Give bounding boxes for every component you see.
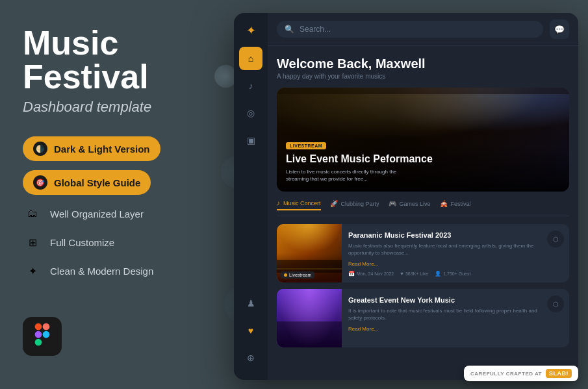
guests-icon: 👤	[435, 271, 441, 277]
search-placeholder: Search...	[300, 25, 331, 34]
clubbing-party-icon: 🚀	[330, 200, 338, 207]
main-content: 🔍 Search... 💬 Welcome Back, Maxwell A ha…	[268, 13, 578, 380]
event-meta-panoranic: 📅 Mon, 24 Nov 2022 ♥ 363K+ Like 👤 1,750+…	[348, 271, 541, 277]
tab-clubbing-party[interactable]: 🚀 Clubbing Party	[330, 199, 379, 210]
tab-music-concert[interactable]: ♪ Music Concert	[277, 199, 321, 210]
layer-label: Well Organized Layer	[50, 208, 144, 220]
event-livestream-tag: Livestream	[281, 271, 314, 279]
event-thumb-greatest	[277, 289, 342, 347]
hero-content: LIVESTREAM Live Event Music Peformance L…	[286, 138, 433, 182]
content-area: Welcome Back, Maxwell A happy day with y…	[268, 46, 578, 380]
livestream-tag-text: Livestream	[289, 273, 311, 277]
tab-festival[interactable]: 🎪 Festival	[440, 199, 471, 210]
dashboard-container: ✦ ⌂ ♪ ◎ ▣ ♟ ♥ ⊕ 🔍 Search... 💬 Welcome Ba…	[234, 13, 578, 380]
brand-title: Music Festival	[23, 26, 218, 94]
calendar-icon: 📅	[348, 271, 355, 277]
nav-home[interactable]: ⌂	[239, 47, 262, 70]
event-info-panoranic: Parananic Music Festival 2023 Music fest…	[342, 224, 547, 282]
search-icon: 🔍	[285, 25, 294, 34]
feature-list: 🌗 Dark & Light Version 🎯 Global Style Gu…	[23, 136, 218, 281]
event-card-greatest: Greatest Event New York Music It is impo…	[277, 289, 569, 347]
nav-heart[interactable]: ♥	[239, 319, 262, 342]
hero-bg-overlay: LIVESTREAM Live Event Music Peformance L…	[277, 88, 569, 192]
message-button[interactable]: 💬	[550, 19, 569, 39]
category-tabs: ♪ Music Concert 🚀 Clubbing Party 🎮 Games…	[277, 199, 569, 216]
design-label: Clean & Modern Design	[50, 266, 153, 277]
nav-image[interactable]: ▣	[239, 129, 262, 152]
event-thumb-panoranic: Livestream	[277, 224, 342, 282]
event-card-panoranic: Livestream Parananic Music Festival 2023…	[277, 224, 569, 282]
design-icon: ✦	[23, 261, 42, 281]
read-more-greatest[interactable]: Read More...	[348, 326, 541, 332]
nav-music[interactable]: ♪	[239, 74, 262, 97]
festival-icon: 🎪	[440, 200, 448, 207]
share-button-panoranic[interactable]: ⬡	[547, 231, 564, 247]
clubbing-party-label: Clubbing Party	[341, 201, 379, 207]
svg-rect-1	[43, 323, 50, 330]
style-guide-badge: 🎯 Global Style Guide	[23, 170, 151, 195]
sidebar-nav: ✦ ⌂ ♪ ◎ ▣ ♟ ♥ ⊕	[234, 13, 268, 380]
games-live-label: Games Live	[400, 201, 431, 207]
dark-light-badge: 🌗 Dark & Light Version	[23, 136, 160, 161]
nav-compass[interactable]: ◎	[239, 101, 262, 125]
feature-item-style-guide: 🎯 Global Style Guide	[23, 170, 218, 195]
meta-date: 📅 Mon, 24 Nov 2022	[348, 271, 394, 277]
style-guide-label: Global Style Guide	[54, 177, 140, 188]
customize-label: Full Customize	[50, 237, 114, 248]
left-panel: Music Festival Dashboard template 🌗 Dark…	[0, 0, 240, 389]
svg-rect-3	[35, 338, 42, 345]
greatest-stage	[277, 321, 342, 347]
event-desc-greatest: It is important to note that music festi…	[348, 307, 541, 321]
meta-likes: ♥ 363K+ Like	[400, 271, 428, 277]
hero-banner: LIVESTREAM Live Event Music Peformance L…	[277, 88, 569, 192]
svg-rect-0	[35, 323, 42, 330]
feature-item-design: ✦ Clean & Modern Design	[23, 261, 218, 281]
read-more-panoranic[interactable]: Read More...	[348, 261, 541, 267]
meta-likes-text: 363K+ Like	[405, 271, 428, 276]
welcome-title: Welcome Back, Maxwell	[277, 56, 569, 71]
heart-icon: ♥	[400, 271, 403, 277]
brand-subtitle: Dashboard template	[23, 99, 218, 116]
festival-label: Festival	[451, 201, 471, 207]
feature-item-customize: ⊞ Full Customize	[23, 232, 218, 252]
event-info-greatest: Greatest Event New York Music It is impo…	[342, 289, 547, 347]
hero-description: Listen to live music concerts directly t…	[286, 168, 416, 182]
tab-games-live[interactable]: 🎮 Games Live	[389, 199, 431, 210]
event-desc-panoranic: Music festivals also frequently feature …	[348, 242, 541, 257]
welcome-subtitle: A happy day with your favorite musics	[277, 73, 569, 80]
event-title-greatest: Greatest Event New York Music	[348, 295, 541, 305]
crafted-badge: CAREFULLY CRAFTED AT Slab!	[464, 366, 578, 381]
customize-icon: ⊞	[23, 232, 42, 252]
live-dot	[284, 273, 287, 277]
music-concert-label: Music Concert	[283, 200, 321, 207]
search-bar[interactable]: 🔍 Search...	[277, 21, 543, 38]
dark-light-icon: 🌗	[33, 142, 47, 156]
layer-icon: 🗂	[23, 204, 42, 223]
style-guide-icon: 🎯	[33, 175, 47, 190]
svg-point-4	[43, 331, 50, 338]
meta-guests-text: 1,750+ Guest	[443, 271, 470, 276]
event-title-panoranic: Parananic Music Festival 2023	[348, 231, 541, 240]
figma-badge	[23, 317, 62, 356]
nav-settings[interactable]: ⊕	[239, 346, 262, 370]
share-button-greatest[interactable]: ⬡	[547, 295, 564, 312]
feature-item-layer: 🗂 Well Organized Layer	[23, 204, 218, 223]
slab-logo: Slab!	[546, 369, 572, 378]
feature-item-dark-light: 🌗 Dark & Light Version	[23, 136, 218, 161]
figma-icon	[33, 323, 51, 351]
meta-guests: 👤 1,750+ Guest	[435, 271, 470, 277]
hero-livestream-badge: LIVESTREAM	[286, 142, 326, 149]
dark-light-label: Dark & Light Version	[54, 144, 150, 155]
games-live-icon: 🎮	[389, 200, 396, 207]
nav-logo: ✦	[246, 23, 256, 38]
music-concert-icon: ♪	[277, 199, 280, 207]
meta-date-text: Mon, 24 Nov 2022	[357, 271, 394, 276]
topbar: 🔍 Search... 💬	[268, 13, 578, 46]
crafted-label: CAREFULLY CRAFTED AT	[470, 371, 542, 377]
svg-rect-2	[35, 331, 42, 338]
nav-user[interactable]: ♟	[239, 292, 262, 315]
hero-title: Live Event Music Peformance	[286, 153, 433, 165]
